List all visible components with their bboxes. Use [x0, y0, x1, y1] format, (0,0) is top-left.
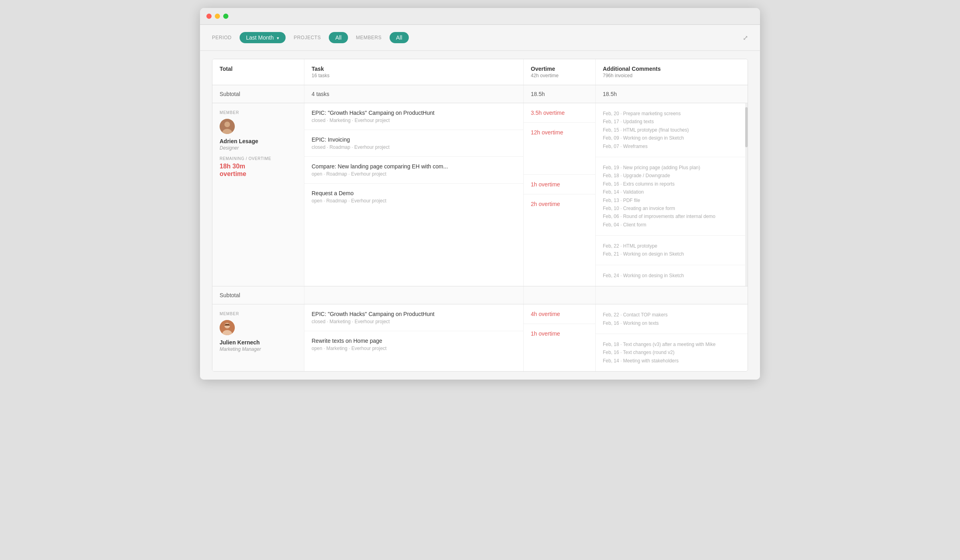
member2-label: MEMBER: [220, 312, 297, 316]
member1-info: MEMBER Adrien Lesage Designer REMAINING …: [212, 103, 304, 286]
member1-remaining-value: 18h 30m overtime: [220, 162, 297, 178]
overtime-cell: 1h overtime: [524, 324, 595, 343]
member2-name: Julien Kernech: [220, 339, 297, 346]
data-table: Total Task 16 tasks Overtime 42h overtim…: [212, 59, 748, 372]
task-row: EPIC: "Growth Hacks" Campaing on Product…: [304, 103, 523, 130]
projects-button[interactable]: All: [329, 32, 348, 43]
overtime-cell: 1h overtime: [524, 175, 595, 194]
comments-cell: Feb, 20 · Prepare marketing screens Feb,…: [596, 103, 748, 157]
member1-tasks: EPIC: "Growth Hacks" Campaing on Product…: [304, 103, 524, 286]
task-title: Request a Demo: [312, 190, 516, 196]
toolbar: PERIOD Last Month ▾ PROJECTS All MEMBERS…: [200, 25, 760, 51]
app-window: PERIOD Last Month ▾ PROJECTS All MEMBERS…: [200, 8, 760, 380]
overtime-cell: 4h overtime: [524, 304, 595, 324]
member2-section: MEMBER Julien Kernech Marketing Manager: [212, 304, 748, 371]
task-title: EPIC: Invoicing: [312, 136, 516, 143]
table-header: Total Task 16 tasks Overtime 42h overtim…: [212, 59, 748, 85]
scrollbar-track[interactable]: [745, 103, 748, 286]
period-dropdown-arrow: ▾: [277, 36, 279, 40]
minimize-button[interactable]: [215, 14, 220, 19]
comments-cell: Feb, 22 · Contact TOP makers Feb, 16 · W…: [596, 304, 748, 334]
task-title: Rewrite texts on Home page: [312, 338, 516, 344]
comments-cell: Feb, 24 · Working on desing in Sketch: [596, 265, 748, 286]
task-meta: closed · Marketing · Everhour project: [312, 319, 516, 324]
members-label: MEMBERS: [356, 35, 382, 40]
close-button[interactable]: [206, 14, 212, 19]
header-overtime: Overtime 42h overtime: [524, 59, 596, 85]
header-comments: Additional Comments 796h invoiced: [596, 59, 748, 85]
task-meta: open · Roadmap · Everhour project: [312, 198, 516, 204]
projects-label: PROJECTS: [294, 35, 321, 40]
task-row: Compare: New landing page comparing EH w…: [304, 157, 523, 184]
member2-overtime: 4h overtime 1h overtime: [524, 304, 596, 371]
subtotal2-comments: [596, 286, 748, 304]
member1-name: Adrien Lesage: [220, 138, 297, 144]
member1-comments: Feb, 20 · Prepare marketing screens Feb,…: [596, 103, 748, 286]
member2-avatar: [220, 320, 235, 335]
members-button[interactable]: All: [390, 32, 409, 43]
comments-cell: Feb, 22 · HTML prototype Feb, 21 · Worki…: [596, 236, 748, 265]
period-button[interactable]: Last Month ▾: [240, 32, 286, 43]
member1-remaining-label: REMAINING / OVERTIME: [220, 156, 297, 161]
subtotal1-comments: 18.5h: [596, 85, 748, 103]
task-title: Compare: New landing page comparing EH w…: [312, 163, 516, 170]
subtotal-row-1: Subtotal 4 tasks 18.5h 18.5h: [212, 85, 748, 103]
member2-role: Marketing Manager: [220, 346, 297, 352]
task-meta: open · Roadmap · Everhour project: [312, 171, 516, 177]
content-area: Total Task 16 tasks Overtime 42h overtim…: [200, 51, 760, 380]
member1-label: MEMBER: [220, 110, 297, 115]
subtotal-row-2: Subtotal: [212, 286, 748, 304]
subtotal2-overtime: [524, 286, 596, 304]
member1-section: MEMBER Adrien Lesage Designer REMAINING …: [212, 103, 748, 286]
task-meta: open · Marketing · Everhour project: [312, 346, 516, 351]
task-row: Request a Demo open · Roadmap · Everhour…: [304, 184, 523, 210]
scrollbar-thumb[interactable]: [745, 107, 748, 147]
period-value: Last Month: [246, 34, 274, 41]
task-meta: closed · Marketing · Everhour project: [312, 118, 516, 123]
member1-avatar: [220, 119, 235, 134]
task-title: EPIC: "Growth Hacks" Campaing on Product…: [312, 311, 516, 317]
subtotal1-overtime: 18.5h: [524, 85, 596, 103]
subtotal1-label: Subtotal: [212, 85, 304, 103]
subtotal2-tasks: [304, 286, 524, 304]
members-value: All: [396, 34, 402, 41]
subtotal1-tasks: 4 tasks: [304, 85, 524, 103]
maximize-button[interactable]: [223, 14, 228, 19]
member2-info: MEMBER Julien Kernech Marketing Manager: [212, 304, 304, 371]
period-label: PERIOD: [212, 35, 232, 40]
comments-cell: Feb, 18 · Text changes (v3) after a meet…: [596, 334, 748, 371]
subtotal2-label: Subtotal: [212, 286, 304, 304]
member1-overtime: 3.5h overtime 12h overtime 1h overtime 2…: [524, 103, 596, 286]
task-meta: closed · Roadmap · Everhour project: [312, 144, 516, 150]
task-row: EPIC: "Growth Hacks" Campaing on Product…: [304, 304, 523, 331]
task-title: EPIC: "Growth Hacks" Campaing on Product…: [312, 110, 516, 116]
comments-cell: Feb, 19 · New pricing page (adding Plus …: [596, 157, 748, 236]
overtime-cell: 12h overtime: [524, 123, 595, 175]
svg-point-1: [224, 122, 230, 127]
member2-tasks: EPIC: "Growth Hacks" Campaing on Product…: [304, 304, 524, 371]
header-total: Total: [212, 59, 304, 85]
member1-role: Designer: [220, 145, 297, 151]
task-row: Rewrite texts on Home page open · Market…: [304, 331, 523, 358]
header-task: Task 16 tasks: [304, 59, 524, 85]
expand-icon[interactable]: ⤢: [743, 34, 748, 42]
overtime-cell: 2h overtime: [524, 194, 595, 214]
title-bar: [200, 8, 760, 25]
member2-comments: Feb, 22 · Contact TOP makers Feb, 16 · W…: [596, 304, 748, 371]
task-row: EPIC: Invoicing closed · Roadmap · Everh…: [304, 130, 523, 157]
overtime-cell: 3.5h overtime: [524, 103, 595, 123]
projects-value: All: [335, 34, 342, 41]
